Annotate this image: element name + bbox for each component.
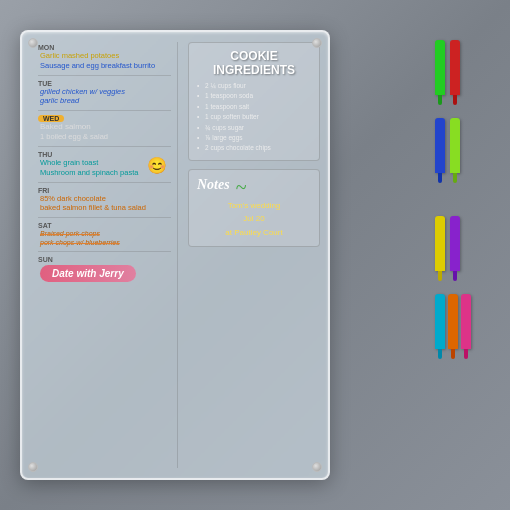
pen-red-tip <box>453 95 457 105</box>
pen-red-body <box>450 40 460 95</box>
pen-purple-body <box>450 216 460 271</box>
divider-fri-sat <box>38 217 171 218</box>
day-content-sat: Braised pork chops pork chops w/ blueber… <box>38 229 171 247</box>
fridge-background: MON Garlic mashed potatoes Sausage and e… <box>0 0 510 510</box>
day-monday: MON Garlic mashed potatoes Sausage and e… <box>38 44 171 71</box>
wed-badge: WED <box>38 115 64 122</box>
ingredient-6: ⅞ large eggs <box>197 133 311 143</box>
notes-line2: Jul 20 <box>197 212 311 226</box>
day-sunday: SUN Date with Jerry <box>38 256 171 282</box>
day-content-wed: Baked salmon 1 boiled egg & salad <box>38 122 171 142</box>
notes-line1: Tom's wedding <box>197 199 311 213</box>
divider-thu-fri <box>38 182 171 183</box>
pen-orange-tip <box>451 349 455 359</box>
pen-lime-body <box>450 118 460 173</box>
notes-content: Tom's wedding Jul 20 at Pautley Court <box>197 199 311 240</box>
day-label-tue: TUE <box>38 80 171 87</box>
screw-bottom-left <box>28 462 38 472</box>
tue-line1: grilled chicken w/ veggies <box>40 87 171 97</box>
pen-group-4 <box>435 294 495 359</box>
pen-group-3 <box>435 216 495 281</box>
day-label-wed: WED <box>38 115 171 122</box>
pen-blue <box>435 118 445 183</box>
pen-green-body <box>435 40 445 95</box>
screw-top-left <box>28 38 38 48</box>
pen-pink <box>461 294 471 359</box>
pen-cyan-tip <box>438 349 442 359</box>
sat-line1: Braised pork chops <box>40 229 171 238</box>
pen-lime <box>450 118 460 183</box>
notes-line3: at Pautley Court <box>197 226 311 240</box>
pen-purple <box>450 216 460 281</box>
screw-top-right <box>312 38 322 48</box>
ingredient-list: 2 ¼ cups flour 1 teaspoon soda 1 teaspoo… <box>197 81 311 154</box>
sun-date-badge: Date with Jerry <box>40 265 136 282</box>
day-label-mon: MON <box>38 44 171 51</box>
mon-line1: Garlic mashed potatoes <box>40 51 171 61</box>
pen-group-1 <box>435 40 495 105</box>
day-label-sat: SAT <box>38 222 171 229</box>
panel-divider <box>177 42 178 468</box>
pen-pink-tip <box>464 349 468 359</box>
tue-line2: garlic bread <box>40 96 171 106</box>
day-friday: FRI 85% dark chocolate baked salmon fill… <box>38 187 171 214</box>
day-content-tue: grilled chicken w/ veggies garlic bread <box>38 87 171 107</box>
pen-lime-tip <box>453 173 457 183</box>
day-content-mon: Garlic mashed potatoes Sausage and egg b… <box>38 51 171 71</box>
mon-line2: Sausage and egg breakfast burrito <box>40 61 171 71</box>
ingredient-7: 2 cups chocolate chips <box>197 143 311 153</box>
fri-line1: 85% dark chocolate <box>40 194 171 204</box>
day-saturday: SAT Braised pork chops pork chops w/ blu… <box>38 222 171 247</box>
notes-header: Notes ~ <box>197 176 311 199</box>
pen-yellow <box>435 216 445 281</box>
acrylic-board: MON Garlic mashed potatoes Sausage and e… <box>20 30 330 480</box>
pen-red <box>450 40 460 105</box>
divider-wed-thu <box>38 146 171 147</box>
right-panel: COOKIE INGREDIENTS 2 ¼ cups flour 1 teas… <box>180 32 328 478</box>
day-label-sun: SUN <box>38 256 171 263</box>
pen-green-tip <box>438 95 442 105</box>
pen-group-2 <box>435 118 495 183</box>
screw-bottom-right <box>312 462 322 472</box>
smiley-icon: 😊 <box>147 156 167 175</box>
day-wednesday: WED Baked salmon 1 boiled egg & salad <box>38 115 171 142</box>
pen-orange <box>448 294 458 359</box>
wed-line2: 1 boiled egg & salad <box>40 132 171 142</box>
pen-green <box>435 40 445 105</box>
pen-yellow-body <box>435 216 445 271</box>
pen-yellow-tip <box>438 271 442 281</box>
pens-container <box>435 30 495 480</box>
ingredient-3: 1 teaspoon salt <box>197 102 311 112</box>
notes-title: Notes <box>197 177 230 193</box>
pen-orange-body <box>448 294 458 349</box>
divider-tue-wed <box>38 110 171 111</box>
day-label-fri: FRI <box>38 187 171 194</box>
notes-section: Notes ~ Tom's wedding Jul 20 at Pautley … <box>188 169 320 247</box>
cookie-ingredients-section: COOKIE INGREDIENTS 2 ¼ cups flour 1 teas… <box>188 42 320 161</box>
ingredient-5: ¾ cups sugar <box>197 123 311 133</box>
day-content-fri: 85% dark chocolate baked salmon fillet &… <box>38 194 171 214</box>
day-tuesday: TUE grilled chicken w/ veggies garlic br… <box>38 80 171 107</box>
day-thursday: THU Whole grain toast Mushroom and spina… <box>38 151 171 178</box>
cookie-title: COOKIE INGREDIENTS <box>197 49 311 77</box>
day-content-sun: Date with Jerry <box>38 263 171 282</box>
pen-blue-body <box>435 118 445 173</box>
divider-mon-tue <box>38 75 171 76</box>
fri-line2: baked salmon fillet & tuna salad <box>40 203 171 213</box>
pen-pink-body <box>461 294 471 349</box>
ingredient-1: 2 ¼ cups flour <box>197 81 311 91</box>
pen-cyan-body <box>435 294 445 349</box>
pen-purple-tip <box>453 271 457 281</box>
pen-blue-tip <box>438 173 442 183</box>
weekly-planner: MON Garlic mashed potatoes Sausage and e… <box>22 32 177 478</box>
divider-sat-sun <box>38 251 171 252</box>
sat-line2: pork chops w/ blueberries <box>40 238 171 247</box>
wed-line1: Baked salmon <box>40 122 171 132</box>
pen-cyan <box>435 294 445 359</box>
ingredient-4: 1 cup soften butter <box>197 112 311 122</box>
ingredient-2: 1 teaspoon soda <box>197 91 311 101</box>
squiggle-decoration: ~ <box>236 176 247 199</box>
